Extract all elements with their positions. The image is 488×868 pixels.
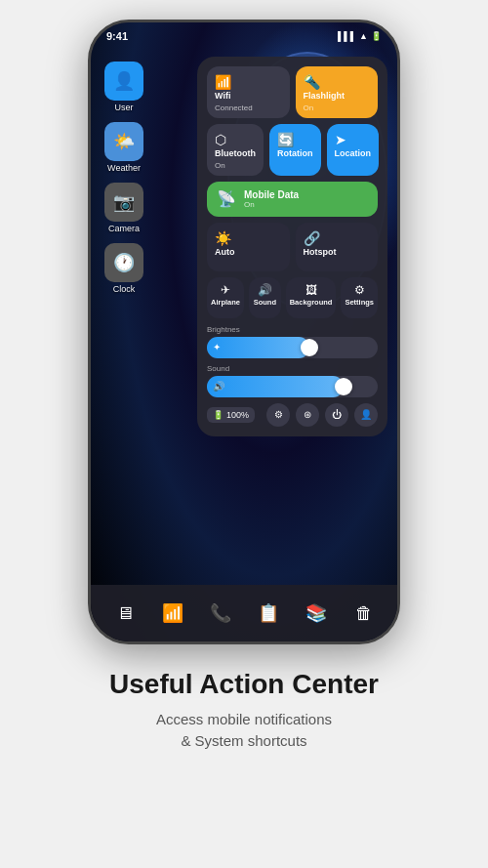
settings-icon: ⚙ [354, 283, 365, 297]
bluetooth-toggle[interactable]: ⬡ Bluetooth On [207, 124, 264, 176]
hotspot-label: Hotspot [304, 248, 371, 258]
flashlight-toggle[interactable]: 🔦 Flashlight On [296, 66, 379, 118]
mobile-data-icon: 📡 [217, 189, 236, 208]
bluetooth-icon: ⬡ [215, 132, 256, 147]
hotspot-icon: 🔗 [304, 230, 371, 246]
hotspot-toggle[interactable]: 🔗 Hotspot [296, 223, 379, 271]
brightness-icon: ✦ [213, 342, 221, 352]
dock-stack[interactable]: 📚 [299, 596, 334, 631]
sound-slider-label: Sound [207, 364, 378, 373]
background-label: Background [290, 299, 333, 307]
location-icon: ➤ [335, 132, 372, 147]
dock-signal[interactable]: 📶 [155, 596, 190, 631]
mobile-data-toggle[interactable]: 📡 Mobile Data On [207, 182, 378, 217]
background-icon: 🖼 [305, 283, 317, 297]
battery-indicator: 🔋 100% [207, 407, 255, 423]
auto-toggle[interactable]: ☀️ Auto [207, 223, 290, 271]
phone-frame: 9:41 ▌▌▌ ▲ 🔋 👤 User 🌤️ Weather 📷 Camera [88, 20, 400, 644]
dock-trash[interactable]: 🗑 [346, 596, 382, 631]
dock-phone[interactable]: 📞 [203, 596, 238, 631]
battery-label: 100% [226, 410, 249, 420]
flashlight-sub: On [304, 103, 371, 112]
sound-slider-section: Sound 🔊 [207, 364, 378, 397]
settings-toggle[interactable]: ⚙ Settings [341, 277, 378, 318]
sound-slider-icon: 🔊 [213, 381, 224, 392]
control-center-panel: 📶 Wifi Connected 🔦 Flashlight On ⬡ Bluet… [197, 57, 387, 436]
sound-label: Sound [254, 299, 276, 307]
wifi-icon: 📶 [215, 74, 282, 90]
dock-notes[interactable]: 📋 [251, 596, 286, 631]
location-toggle[interactable]: ➤ Location [327, 124, 380, 176]
status-icons: ▌▌▌ ▲ 🔋 [338, 31, 382, 41]
app-weather[interactable]: 🌤️ Weather [104, 122, 143, 173]
auto-label: Auto [215, 248, 282, 258]
brightness-thumb[interactable] [301, 339, 318, 356]
app-icons-column: 👤 User 🌤️ Weather 📷 Camera 🕐 Clock [104, 62, 143, 294]
sound-toggle[interactable]: 🔊 Sound [249, 277, 281, 318]
status-bar: 9:41 ▌▌▌ ▲ 🔋 [91, 22, 397, 50]
weather-icon: 🌤️ [104, 122, 143, 161]
page-description: Useful Action Center Access mobile notif… [70, 668, 418, 753]
flashlight-icon: 🔦 [304, 74, 371, 90]
mobile-data-sub: On [244, 200, 299, 209]
background-toggle[interactable]: 🖼 Background [286, 277, 337, 318]
page-title: Useful Action Center [109, 668, 379, 701]
page-subtitle: Access mobile notifications& System shor… [109, 709, 379, 753]
clock-icon: 🕐 [104, 243, 143, 282]
bluetooth-label: Bluetooth [215, 149, 256, 159]
app-clock[interactable]: 🕐 Clock [104, 243, 143, 294]
rotation-icon: 🔄 [277, 132, 313, 147]
app-user[interactable]: 👤 User [104, 62, 143, 112]
camera-label: Camera [108, 224, 140, 233]
airplane-label: Airplane [211, 299, 240, 307]
quick-action-icons: ⚙ ⊛ ⏻ 👤 [266, 403, 378, 427]
wifi-sub: Connected [215, 103, 282, 112]
airplane-icon: ✈ [221, 283, 230, 297]
auto-icon: ☀️ [215, 230, 282, 246]
bottom-status-row: 🔋 100% ⚙ ⊛ ⏻ 👤 [207, 403, 378, 427]
brightness-slider[interactable]: ✦ [207, 337, 378, 358]
mirror-btn[interactable]: ⊛ [296, 403, 319, 427]
bottom-dock: 🖥 📶 📞 📋 📚 🗑 [91, 585, 397, 641]
sound-icon: 🔊 [258, 283, 272, 297]
wifi-toggle[interactable]: 📶 Wifi Connected [207, 66, 290, 118]
rotation-label: Rotation [277, 149, 313, 159]
power-btn[interactable]: ⏻ [325, 403, 348, 427]
sound-thumb[interactable] [335, 378, 352, 395]
sound-slider[interactable]: 🔊 [207, 376, 378, 397]
user-btn[interactable]: 👤 [354, 403, 378, 427]
camera-icon: 📷 [104, 183, 143, 222]
wifi-label: Wifi [215, 92, 282, 102]
brightness-label: Brightnes [207, 325, 378, 334]
settings-label: Settings [345, 299, 374, 307]
app-camera[interactable]: 📷 Camera [104, 183, 143, 233]
user-icon: 👤 [104, 62, 143, 101]
bluetooth-sub: On [215, 161, 256, 170]
weather-label: Weather [107, 163, 141, 173]
flashlight-label: Flashlight [304, 92, 371, 102]
battery-icon: 🔋 [213, 410, 224, 420]
user-label: User [114, 103, 133, 112]
rotation-toggle[interactable]: 🔄 Rotation [269, 124, 321, 176]
brightness-fill [207, 337, 309, 358]
airplane-toggle[interactable]: ✈ Airplane [207, 277, 244, 318]
dock-finder[interactable]: 🖥 [107, 596, 142, 631]
mobile-data-label: Mobile Data [244, 189, 299, 200]
clock-label: Clock [113, 284, 136, 294]
location-label: Location [335, 149, 372, 159]
brightness-slider-section: Brightnes ✦ [207, 325, 378, 358]
status-time: 9:41 [106, 30, 128, 42]
gear-btn[interactable]: ⚙ [266, 403, 290, 427]
sound-fill [207, 376, 344, 397]
